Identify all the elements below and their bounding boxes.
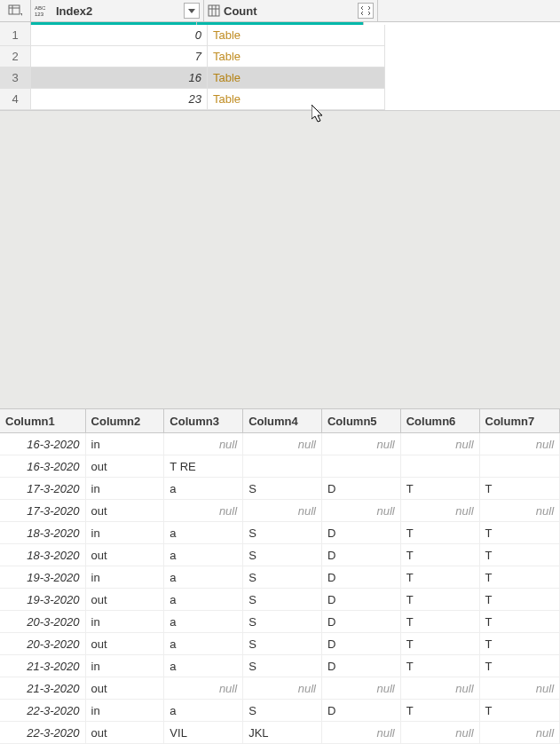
cell-c7[interactable]: T [480, 566, 560, 588]
cell-c5[interactable]: D [322, 478, 401, 499]
table-row[interactable]: 20-3-2020outaSDTT [0, 633, 560, 655]
column-header-count[interactable]: Count [204, 0, 378, 21]
table-row[interactable]: 17-3-2020inaSDTT [0, 478, 560, 500]
cell-c4[interactable]: S [243, 611, 322, 632]
cell-index2[interactable]: 7 [31, 46, 208, 67]
cell-c4[interactable]: S [243, 544, 322, 566]
cell-c5[interactable]: D [322, 655, 401, 677]
column-header-index2[interactable]: ABC 123 Index2 [31, 0, 204, 21]
cell-c7[interactable]: null [480, 722, 560, 743]
cell-c1[interactable]: 18-3-2020 [0, 522, 86, 543]
table-row[interactable]: 21-3-2020inaSDTT [0, 655, 560, 677]
cell-c6[interactable]: null [401, 433, 480, 455]
cell-c6[interactable]: T [401, 633, 480, 654]
cell-index2[interactable]: 0 [31, 25, 208, 46]
cell-c4[interactable] [243, 455, 322, 477]
table-row[interactable]: 19-3-2020outaSDTT [0, 589, 560, 611]
cell-c6[interactable]: T [401, 544, 480, 566]
cell-c7[interactable]: null [480, 500, 560, 521]
cell-c3[interactable]: a [164, 478, 243, 499]
cell-c1[interactable]: 16-3-2020 [0, 433, 86, 455]
column-header-column2[interactable]: Column2 [86, 409, 165, 432]
cell-c2[interactable]: out [86, 500, 165, 521]
cell-count-table-link[interactable]: Table [208, 67, 385, 89]
table-row[interactable]: 27Table [0, 46, 560, 67]
cell-c4[interactable]: S [243, 700, 322, 721]
cell-c5[interactable]: D [322, 566, 401, 588]
cell-c2[interactable]: out [86, 633, 165, 654]
cell-c2[interactable]: in [86, 611, 165, 632]
cell-c7[interactable]: T [480, 522, 560, 543]
table-row[interactable]: 17-3-2020outnullnullnullnullnull [0, 500, 560, 522]
cell-c5[interactable] [322, 455, 401, 477]
cell-c5[interactable]: null [322, 433, 401, 455]
cell-c6[interactable]: T [401, 611, 480, 632]
cell-c6[interactable]: T [401, 522, 480, 543]
cell-c7[interactable]: T [480, 611, 560, 632]
cell-c1[interactable]: 19-3-2020 [0, 589, 86, 610]
cell-c2[interactable]: in [86, 478, 165, 499]
cell-count-table-link[interactable]: Table [208, 46, 385, 67]
cell-c2[interactable]: out [86, 677, 165, 699]
cell-c3[interactable]: null [164, 677, 243, 699]
cell-c5[interactable]: null [322, 500, 401, 521]
cell-c7[interactable]: T [480, 589, 560, 610]
cell-c7[interactable]: T [480, 633, 560, 654]
cell-c2[interactable]: out [86, 544, 165, 566]
cell-c6[interactable]: null [401, 722, 480, 743]
cell-index2[interactable]: 16 [31, 67, 208, 89]
cell-c3[interactable]: VIL [164, 722, 243, 743]
cell-c5[interactable]: D [322, 700, 401, 721]
cell-index2[interactable]: 23 [31, 89, 208, 110]
column-header-column4[interactable]: Column4 [243, 409, 322, 432]
cell-c4[interactable]: null [243, 677, 322, 699]
filter-dropdown-button[interactable] [184, 3, 200, 19]
expand-column-button[interactable] [358, 3, 374, 19]
cell-c7[interactable]: T [480, 478, 560, 499]
cell-c4[interactable]: null [243, 500, 322, 521]
cell-c3[interactable]: null [164, 500, 243, 521]
cell-c4[interactable]: JKL [243, 722, 322, 743]
column-header-column6[interactable]: Column6 [401, 409, 480, 432]
cell-c5[interactable]: D [322, 544, 401, 566]
cell-c5[interactable]: D [322, 589, 401, 610]
cell-c1[interactable]: 19-3-2020 [0, 566, 86, 588]
column-header-column3[interactable]: Column3 [164, 409, 243, 432]
cell-c1[interactable]: 20-3-2020 [0, 611, 86, 632]
cell-c1[interactable]: 20-3-2020 [0, 633, 86, 654]
cell-c2[interactable]: in [86, 655, 165, 677]
cell-c1[interactable]: 21-3-2020 [0, 655, 86, 677]
cell-c4[interactable]: S [243, 522, 322, 543]
cell-c1[interactable]: 16-3-2020 [0, 455, 86, 477]
cell-c3[interactable]: a [164, 611, 243, 632]
cell-c3[interactable]: a [164, 589, 243, 610]
table-row[interactable]: 22-3-2020inaSDTT [0, 700, 560, 722]
cell-c4[interactable]: S [243, 633, 322, 654]
cell-c2[interactable]: out [86, 722, 165, 743]
cell-c6[interactable]: T [401, 589, 480, 610]
row-number[interactable]: 4 [0, 89, 31, 110]
table-row[interactable]: 21-3-2020outnullnullnullnullnull [0, 677, 560, 700]
cell-c7[interactable]: T [480, 655, 560, 677]
cell-c5[interactable]: D [322, 633, 401, 654]
cell-c1[interactable]: 18-3-2020 [0, 544, 86, 566]
cell-c3[interactable]: a [164, 566, 243, 588]
cell-c5[interactable]: null [322, 677, 401, 699]
table-row[interactable]: 22-3-2020outVILJKLnullnullnull [0, 722, 560, 744]
cell-count-table-link[interactable]: Table [208, 25, 385, 46]
cell-c6[interactable]: T [401, 566, 480, 588]
cell-c2[interactable]: in [86, 700, 165, 721]
cell-c6[interactable]: null [401, 677, 480, 699]
cell-c6[interactable]: null [401, 500, 480, 521]
cell-c3[interactable]: null [164, 433, 243, 455]
cell-c3[interactable]: a [164, 544, 243, 566]
column-header-column5[interactable]: Column5 [322, 409, 401, 432]
cell-c6[interactable]: T [401, 478, 480, 499]
cell-c4[interactable]: null [243, 433, 322, 455]
table-row[interactable]: 316Table [0, 67, 560, 89]
cell-c5[interactable]: null [322, 722, 401, 743]
cell-c4[interactable]: S [243, 589, 322, 610]
cell-c3[interactable]: a [164, 700, 243, 721]
table-row[interactable]: 19-3-2020inaSDTT [0, 566, 560, 589]
cell-c7[interactable] [480, 455, 560, 477]
